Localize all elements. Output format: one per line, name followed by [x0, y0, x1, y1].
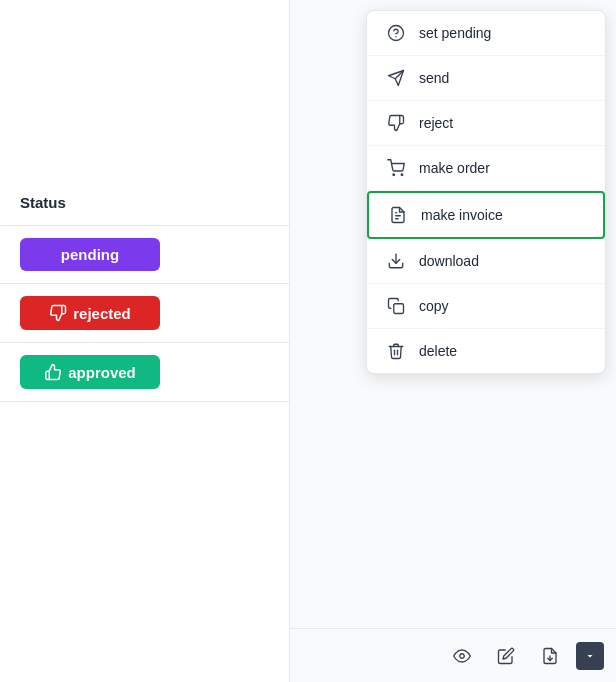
dropdown-menu: set pending send reject — [366, 10, 606, 374]
dropdown-item-reject[interactable]: reject — [367, 101, 605, 146]
eye-icon — [453, 647, 471, 665]
dropdown-item-delete[interactable]: delete — [367, 329, 605, 373]
dropdown-item-make-invoice[interactable]: make invoice — [367, 191, 605, 239]
rejected-label: rejected — [73, 305, 131, 322]
edit-button[interactable] — [488, 638, 524, 674]
thumbs-up-icon — [44, 363, 62, 381]
question-circle-icon — [385, 22, 407, 44]
dropdown-item-copy[interactable]: copy — [367, 284, 605, 329]
dropdown-item-make-order[interactable]: make order — [367, 146, 605, 191]
approved-label: approved — [68, 364, 136, 381]
send-icon — [385, 67, 407, 89]
cart-icon — [385, 157, 407, 179]
more-button[interactable] — [576, 642, 604, 670]
rejected-row: rejected — [0, 284, 289, 343]
delete-label: delete — [419, 343, 457, 359]
svg-point-11 — [460, 653, 465, 658]
rejected-badge: rejected — [20, 296, 160, 330]
set-pending-label: set pending — [419, 25, 491, 41]
approved-badge: approved — [20, 355, 160, 389]
svg-rect-10 — [394, 304, 404, 314]
view-button[interactable] — [444, 638, 480, 674]
download-label: download — [419, 253, 479, 269]
svg-point-0 — [389, 26, 404, 41]
main-container: Status pending rejected — [0, 0, 616, 682]
download-icon — [385, 250, 407, 272]
left-panel: Status pending rejected — [0, 0, 290, 682]
file-arrow-icon — [541, 647, 559, 665]
thumbs-down-menu-icon — [385, 112, 407, 134]
send-label: send — [419, 70, 449, 86]
invoice-icon — [387, 204, 409, 226]
make-order-label: make order — [419, 160, 490, 176]
pending-label: pending — [61, 246, 119, 263]
dropdown-item-download[interactable]: download — [367, 239, 605, 284]
reject-label: reject — [419, 115, 453, 131]
dropdown-item-set-pending[interactable]: set pending — [367, 11, 605, 56]
approved-row: approved — [0, 343, 289, 402]
status-column-header: Status — [0, 180, 289, 226]
svg-point-4 — [393, 174, 395, 176]
thumbs-down-icon — [49, 304, 67, 322]
make-invoice-label: make invoice — [421, 207, 503, 223]
dropdown-item-send[interactable]: send — [367, 56, 605, 101]
file-button[interactable] — [532, 638, 568, 674]
pending-row: pending — [0, 226, 289, 284]
svg-point-5 — [401, 174, 403, 176]
copy-label: copy — [419, 298, 449, 314]
bottom-toolbar — [290, 628, 616, 682]
pending-badge: pending — [20, 238, 160, 271]
copy-icon — [385, 295, 407, 317]
caret-down-icon — [584, 650, 596, 662]
pencil-icon — [497, 647, 515, 665]
trash-icon — [385, 340, 407, 362]
